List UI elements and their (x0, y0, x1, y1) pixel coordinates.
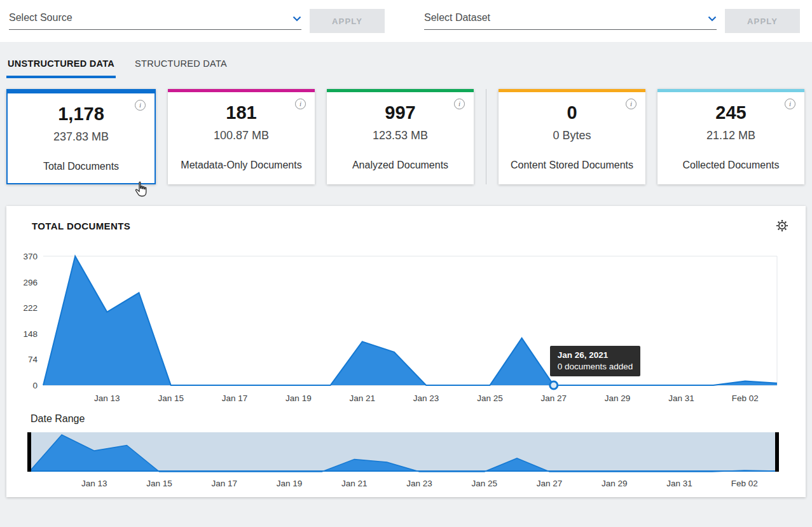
card-total-documents[interactable]: i 1,178 237.83 MB Total Documents (6, 89, 156, 184)
card-label: Analyzed Documents (327, 160, 474, 171)
svg-text:Jan 27: Jan 27 (537, 479, 563, 488)
card-accent-bar (657, 89, 804, 92)
chart-tooltip: Jan 26, 2021 0 documents added (550, 346, 641, 376)
main-chart-wrap: 074148222296370Jan 13Jan 15Jan 17Jan 19J… (19, 245, 793, 406)
svg-text:Feb 02: Feb 02 (732, 394, 759, 403)
panel-title: TOTAL DOCUMENTS (32, 221, 130, 231)
svg-text:222: 222 (23, 303, 38, 313)
card-collected-documents[interactable]: i 245 21.12 MB Collected Documents (657, 89, 804, 184)
card-count: 997 (327, 102, 474, 123)
card-size: 0 Bytes (499, 129, 645, 142)
stat-cards: i 1,178 237.83 MB Total Documents i 181 … (0, 78, 812, 184)
card-count: 245 (657, 102, 804, 123)
card-size: 237.83 MB (8, 130, 155, 144)
svg-text:Jan 21: Jan 21 (341, 479, 368, 488)
svg-text:370: 370 (23, 252, 38, 261)
svg-text:Jan 25: Jan 25 (472, 479, 498, 488)
card-content-stored-documents[interactable]: i 0 0 Bytes Content Stored Documents (499, 89, 645, 184)
tab-unstructured-data[interactable]: UNSTRUCTURED DATA (6, 58, 116, 78)
card-count: 181 (168, 102, 315, 123)
svg-text:Jan 27: Jan 27 (541, 394, 567, 403)
card-size: 21.12 MB (657, 129, 804, 142)
settings-gear-icon[interactable] (775, 219, 789, 233)
svg-text:Jan 19: Jan 19 (277, 479, 303, 488)
svg-text:Jan 15: Jan 15 (146, 479, 172, 488)
chevron-down-icon (708, 16, 717, 22)
svg-text:Jan 15: Jan 15 (158, 394, 184, 403)
svg-text:Jan 13: Jan 13 (94, 394, 120, 403)
card-size: 100.87 MB (168, 129, 315, 142)
dataset-select-label: Select Dataset (424, 12, 490, 24)
svg-text:Jan 21: Jan 21 (349, 394, 375, 403)
data-type-tabs: UNSTRUCTURED DATA STRUCTURED DATA (0, 42, 812, 78)
svg-text:296: 296 (23, 278, 38, 287)
topbar: Select Source APPLY Select Dataset APPLY (0, 0, 812, 42)
card-metadata-only-documents[interactable]: i 181 100.87 MB Metadata-Only Documents (168, 89, 315, 184)
panel-header: TOTAL DOCUMENTS (19, 219, 793, 233)
svg-text:Jan 17: Jan 17 (212, 479, 238, 488)
date-range-label: Date Range (31, 413, 793, 425)
source-select-label: Select Source (9, 12, 72, 24)
tooltip-date: Jan 26, 2021 (558, 350, 633, 360)
svg-text:Jan 23: Jan 23 (406, 479, 432, 488)
svg-text:Jan 29: Jan 29 (602, 479, 628, 488)
tab-structured-data[interactable]: STRUCTURED DATA (134, 58, 228, 78)
card-count: 1,178 (8, 104, 155, 125)
card-label: Collected Documents (657, 160, 804, 171)
date-range-navigator[interactable]: Jan 13Jan 15Jan 17Jan 19Jan 21Jan 23Jan … (19, 430, 793, 491)
svg-text:74: 74 (28, 355, 38, 364)
info-icon[interactable]: i (785, 99, 795, 109)
svg-text:0: 0 (32, 381, 38, 390)
svg-text:148: 148 (23, 329, 38, 339)
cards-divider (486, 89, 486, 184)
card-label: Metadata-Only Documents (168, 160, 315, 171)
svg-text:Feb 02: Feb 02 (731, 479, 758, 488)
info-icon[interactable]: i (626, 99, 637, 109)
apply-dataset-button[interactable]: APPLY (725, 9, 800, 33)
svg-text:Jan 29: Jan 29 (605, 394, 631, 403)
card-count: 0 (499, 102, 645, 123)
card-accent-bar (168, 89, 315, 92)
svg-text:Jan 19: Jan 19 (286, 394, 312, 403)
card-accent-bar (327, 89, 474, 92)
card-label: Content Stored Documents (499, 160, 645, 171)
info-icon[interactable]: i (295, 99, 306, 109)
card-accent-bar (8, 90, 155, 93)
svg-text:Jan 25: Jan 25 (477, 394, 503, 403)
svg-text:Jan 31: Jan 31 (668, 394, 694, 403)
info-icon[interactable]: i (135, 100, 146, 111)
chevron-down-icon (292, 16, 301, 22)
card-analyzed-documents[interactable]: i 997 123.53 MB Analyzed Documents (327, 89, 474, 184)
svg-text:Jan 17: Jan 17 (222, 394, 248, 403)
tooltip-value: 0 documents added (558, 362, 633, 371)
dataset-select[interactable]: Select Dataset (424, 12, 717, 30)
card-size: 123.53 MB (327, 129, 474, 142)
card-label: Total Documents (8, 161, 155, 172)
apply-source-button[interactable]: APPLY (310, 9, 385, 33)
svg-text:Jan 13: Jan 13 (81, 479, 107, 488)
card-accent-bar (499, 89, 645, 92)
total-documents-panel: TOTAL DOCUMENTS 074148222296370Jan 13Jan… (6, 206, 806, 497)
total-documents-area-chart[interactable]: 074148222296370Jan 13Jan 15Jan 17Jan 19J… (19, 245, 793, 406)
source-select[interactable]: Select Source (9, 12, 301, 30)
svg-text:Jan 23: Jan 23 (413, 394, 439, 403)
svg-text:Jan 31: Jan 31 (666, 479, 692, 488)
info-icon[interactable]: i (454, 99, 465, 109)
